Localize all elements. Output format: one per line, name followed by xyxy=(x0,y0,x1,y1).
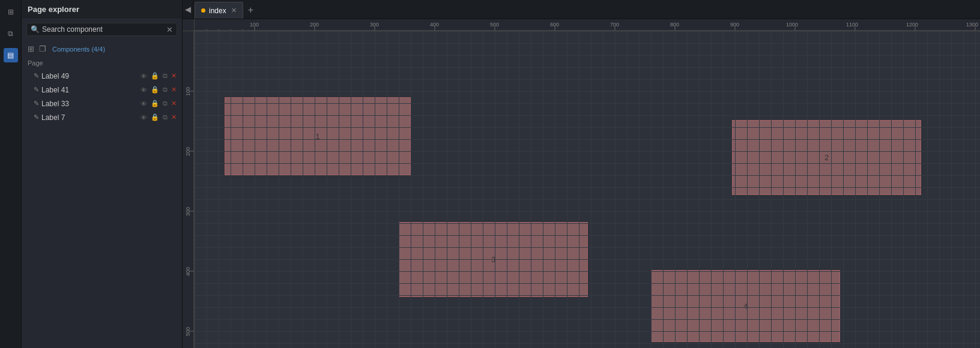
page-explorer-sidebar-icon[interactable]: ▤ xyxy=(4,48,18,62)
canvas[interactable]: 1 2 3 4 xyxy=(195,31,980,348)
item-actions: 👁 🔒 ⧉ ✕ xyxy=(140,71,177,80)
search-bar: 🔍 ✕ xyxy=(26,23,177,36)
lock-icon[interactable]: 🔒 xyxy=(150,99,160,108)
tab-close-button[interactable]: ✕ xyxy=(231,7,237,14)
copy-icon[interactable]: ⧉ xyxy=(162,71,168,80)
tab-label: index xyxy=(209,7,226,15)
grid-sidebar-icon[interactable]: ⊞ xyxy=(4,5,18,19)
visibility-icon[interactable]: 👁 xyxy=(140,100,148,108)
item-label: Label 49 xyxy=(41,72,138,80)
item-label: Label 41 xyxy=(41,86,138,94)
copy-icon[interactable]: ⧉ xyxy=(162,99,168,108)
svg-text:1200: 1200 xyxy=(906,22,918,28)
delete-icon[interactable]: ✕ xyxy=(171,85,177,94)
editor-area: ◀ index ✕ + 100 200 300 400 500 xyxy=(183,0,980,348)
search-input[interactable] xyxy=(42,25,166,34)
visibility-icon[interactable]: 👁 xyxy=(140,72,148,80)
component-box-4[interactable]: 4 xyxy=(651,270,840,342)
item-actions: 👁 🔒 ⧉ ✕ xyxy=(140,85,177,94)
lock-icon[interactable]: 🔒 xyxy=(150,113,160,122)
item-pencil-icon: ✎ xyxy=(34,113,39,121)
component-label-1: 1 xyxy=(315,132,319,141)
delete-icon[interactable]: ✕ xyxy=(171,113,177,122)
svg-text:1100: 1100 xyxy=(846,22,858,28)
lock-icon[interactable]: 🔒 xyxy=(150,85,160,94)
copy-icon[interactable]: ⧉ xyxy=(162,85,168,94)
ruler-vertical: 100 200 300 400 500 xyxy=(183,31,195,348)
new-tab-button[interactable]: + xyxy=(243,2,258,19)
item-actions: 👁 🔒 ⧉ ✕ xyxy=(140,113,177,122)
collapse-all-button[interactable]: ❐ xyxy=(38,43,47,55)
item-label: Label 7 xyxy=(41,113,138,122)
svg-text:1000: 1000 xyxy=(786,22,798,28)
ruler-horizontal: 100 200 300 400 500 600 700 800 900 1000 xyxy=(195,19,980,31)
item-pencil-icon: ✎ xyxy=(34,86,39,94)
tab-bar: ◀ index ✕ + xyxy=(183,0,980,19)
panel-toolbar: ⊞ ❐ Components (4/4) xyxy=(22,41,182,57)
component-label-2: 2 xyxy=(824,153,829,162)
tree-item-label7[interactable]: ✎ Label 7 👁 🔒 ⧉ ✕ xyxy=(22,110,182,124)
expand-all-button[interactable]: ⊞ xyxy=(26,43,35,55)
sidebar-icons-strip: ⊞ ⧉ ▤ xyxy=(0,0,22,348)
canvas-container[interactable]: 100 200 300 400 500 600 700 800 900 1000 xyxy=(183,19,980,348)
component-box-2[interactable]: 2 xyxy=(732,120,921,195)
search-icon: 🔍 xyxy=(31,25,40,34)
component-label-4: 4 xyxy=(743,302,748,311)
component-box-1[interactable]: 1 xyxy=(225,97,411,175)
tree-item-label41[interactable]: ✎ Label 41 👁 🔒 ⧉ ✕ xyxy=(22,83,182,97)
tab-modified-dot xyxy=(201,8,205,13)
item-label: Label 33 xyxy=(41,100,138,108)
tree-item-label49[interactable]: ✎ Label 49 👁 🔒 ⧉ ✕ xyxy=(22,69,182,83)
copy-icon[interactable]: ⧉ xyxy=(162,113,168,122)
tree-item-label33[interactable]: ✎ Label 33 👁 🔒 ⧉ ✕ xyxy=(22,97,182,110)
panel-title: Page explorer xyxy=(28,5,79,14)
item-pencil-icon: ✎ xyxy=(34,100,39,107)
ruler-corner xyxy=(183,19,195,31)
item-pencil-icon: ✎ xyxy=(34,72,39,80)
components-count-label: Components (4/4) xyxy=(52,46,105,53)
page-section-label: Page xyxy=(22,57,182,69)
visibility-icon[interactable]: 👁 xyxy=(140,86,148,94)
close-icon[interactable]: ✕ xyxy=(166,26,173,34)
panel-header: Page explorer xyxy=(22,0,182,18)
page-explorer-panel: Page explorer 🔍 ✕ ⊞ ❐ Components (4/4) P… xyxy=(22,0,183,348)
tab-index[interactable]: index ✕ xyxy=(195,2,243,19)
lock-icon[interactable]: 🔒 xyxy=(150,71,160,80)
item-actions: 👁 🔒 ⧉ ✕ xyxy=(140,99,177,108)
delete-icon[interactable]: ✕ xyxy=(171,99,177,108)
svg-text:1300: 1300 xyxy=(966,22,978,28)
panel-collapse-button[interactable]: ◀ xyxy=(183,0,193,19)
component-box-3[interactable]: 3 xyxy=(399,222,588,297)
component-label-3: 3 xyxy=(491,255,495,264)
delete-icon[interactable]: ✕ xyxy=(171,71,177,80)
layers-sidebar-icon[interactable]: ⧉ xyxy=(4,26,18,41)
visibility-icon[interactable]: 👁 xyxy=(140,113,148,122)
